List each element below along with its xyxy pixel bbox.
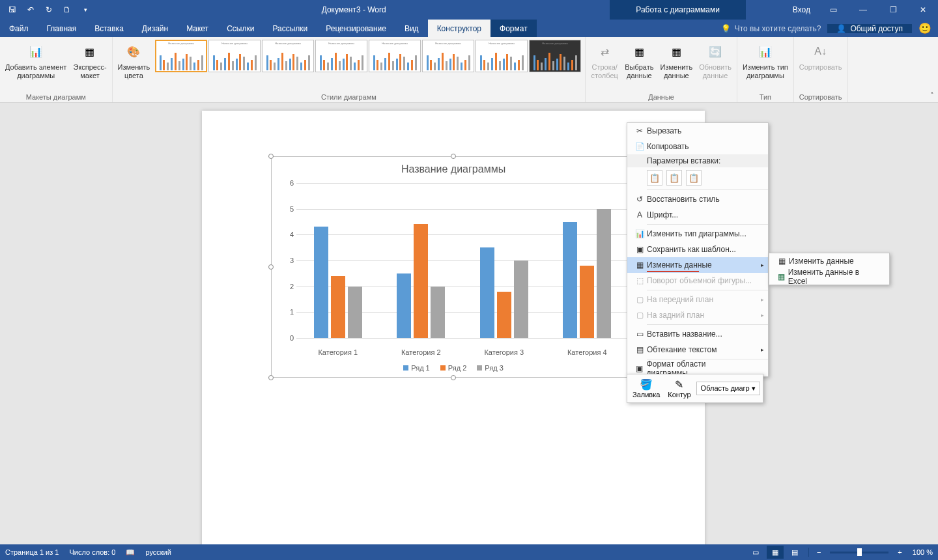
ctx-copy[interactable]: 📄Копировать [627, 139, 768, 154]
edit-data-icon: ▦ [666, 41, 687, 62]
sort-icon: A↓ [810, 41, 831, 62]
tab-home[interactable]: Главная [38, 20, 86, 37]
tab-layout[interactable]: Макет [177, 20, 218, 37]
outline-icon: ✎ [675, 378, 683, 391]
zoom-slider-thumb[interactable] [857, 548, 862, 556]
share-button[interactable]: 👤 Общий доступ [827, 24, 912, 33]
undo-button[interactable]: ↶ [22, 1, 39, 18]
view-print-layout[interactable]: ▦ [767, 546, 784, 559]
collapse-ribbon-button[interactable]: ˄ [930, 91, 934, 100]
tab-review[interactable]: Рецензирование [317, 20, 395, 37]
chart-bars[interactable] [296, 183, 629, 338]
sub-edit-excel[interactable]: ▦Изменить данные в Excel [769, 269, 889, 285]
ctx-edit-data[interactable]: ▦Изменить данные▸ [627, 257, 768, 273]
minimize-button[interactable]: — [848, 0, 878, 20]
view-web-layout[interactable]: ▤ [786, 546, 803, 559]
chart-title[interactable]: Название диаграммы [272, 157, 635, 179]
share-icon: 👤 [836, 24, 846, 33]
chart-style-8[interactable]: Название диаграммы [529, 40, 581, 72]
title-bar: 🖫 ↶ ↻ 🗋 ▾ Документ3 - Word Работа с диаг… [0, 0, 938, 20]
tell-me-search[interactable]: 💡 Что вы хотите сделать? [715, 24, 828, 33]
ctx-font[interactable]: AШрифт... [627, 207, 768, 223]
proofing-icon[interactable]: 📖 [126, 548, 135, 557]
highlight-underline [647, 271, 699, 272]
status-language[interactable]: русский [145, 548, 171, 556]
maximize-button[interactable]: ❐ [878, 0, 908, 20]
save-button[interactable]: 🖫 [4, 1, 21, 18]
ctx-cut[interactable]: ✂Вырезать [627, 123, 768, 139]
paste-option-2[interactable]: 📋 [666, 170, 682, 186]
ctx-rotate-3d: ⬚Поворот объемной фигуры... [627, 273, 768, 288]
ctx-reset-style[interactable]: ↺Восстановить стиль [627, 191, 768, 207]
caption-icon: ▭ [632, 329, 647, 339]
new-doc-button[interactable]: 🗋 [59, 1, 76, 18]
tab-references[interactable]: Ссылки [218, 20, 263, 37]
change-colors-button[interactable]: 🎨 Изменить цвета [115, 38, 153, 81]
tab-file[interactable]: Файл [0, 20, 38, 37]
change-chart-type-button[interactable]: 📊 Изменить тип диаграммы [740, 38, 791, 81]
add-chart-element-button[interactable]: 📊 Добавить элемент диаграммы [3, 38, 69, 81]
tab-insert[interactable]: Вставка [85, 20, 133, 37]
zoom-in-button[interactable]: + [895, 548, 904, 556]
resize-handle-sw[interactable] [268, 375, 274, 380]
qat-customize[interactable]: ▾ [77, 1, 94, 18]
login-link[interactable]: Вход [785, 5, 818, 14]
ctx-change-type[interactable]: 📊Изменить тип диаграммы... [627, 226, 768, 242]
chart-legend[interactable]: Ряд 1Ряд 2Ряд 3 [272, 364, 635, 372]
document-title: Документ3 - Word [98, 5, 610, 14]
chart-style-6[interactable]: Название диаграммы [422, 40, 474, 72]
redo-button[interactable]: ↻ [40, 1, 57, 18]
resize-handle-nw[interactable] [268, 154, 274, 159]
ribbon-display-options[interactable]: ▭ [818, 0, 848, 20]
close-button[interactable]: ✕ [908, 0, 938, 20]
tab-view[interactable]: Вид [395, 20, 428, 37]
paste-option-3[interactable]: 📋 [686, 170, 702, 186]
zoom-level[interactable]: 100 % [913, 548, 933, 556]
reset-icon: ↺ [632, 195, 647, 204]
template-icon: ▣ [632, 245, 647, 254]
ctx-text-wrap[interactable]: ▤Обтекание текстом▸ [627, 342, 768, 357]
sort-group-label: Сортировать [799, 92, 842, 102]
status-page[interactable]: Страница 1 из 1 [5, 548, 59, 556]
select-data-button[interactable]: ▦ Выбрать данные [622, 38, 656, 81]
plot-area[interactable]: 0123456 [285, 183, 629, 338]
edit-icon: ▦ [775, 257, 789, 266]
resize-handle-s[interactable] [451, 375, 456, 380]
chart-styles-gallery[interactable]: Название диаграммыНазвание диаграммыНазв… [154, 38, 582, 74]
mini-fill-button[interactable]: 🪣 Заливка [630, 377, 662, 400]
separator [647, 324, 768, 325]
chart-object[interactable]: Название диаграммы 0123456 Категория 1Ка… [271, 156, 636, 378]
submenu-arrow-icon: ▸ [761, 262, 764, 268]
mini-outline-button[interactable]: ✎ Контур [665, 377, 693, 400]
y-axis: 0123456 [285, 183, 296, 338]
tell-me-label: Что вы хотите сделать? [735, 24, 821, 33]
resize-handle-n[interactable] [451, 154, 456, 159]
feedback-button[interactable]: 🙂 [912, 22, 938, 35]
edit-data-button[interactable]: ▦ Изменить данные [658, 38, 696, 81]
chart-style-5[interactable]: Название диаграммы [369, 40, 421, 72]
paste-option-1[interactable]: 📋 [647, 170, 662, 186]
status-words[interactable]: Число слов: 0 [69, 548, 115, 556]
quick-layout-button[interactable]: ▦ Экспресс- макет [70, 38, 109, 81]
tab-format[interactable]: Формат [490, 20, 537, 37]
zoom-slider[interactable] [830, 552, 888, 553]
colors-icon: 🎨 [123, 41, 144, 62]
view-read-mode[interactable]: ▭ [747, 546, 764, 559]
tab-constructor[interactable]: Конструктор [428, 20, 490, 37]
mini-area-select[interactable]: Область диагр ▾ [696, 382, 760, 395]
ctx-save-template[interactable]: ▣Сохранить как шаблон... [627, 242, 768, 257]
chart-style-4[interactable]: Название диаграммы [315, 40, 367, 72]
separator [647, 189, 768, 190]
zoom-out-button[interactable]: − [814, 548, 823, 556]
ctx-insert-caption[interactable]: ▭Вставить название... [627, 326, 768, 342]
resize-handle-w[interactable] [268, 264, 274, 270]
sub-edit-data[interactable]: ▦Изменить данные [769, 253, 889, 269]
chart-style-3[interactable]: Название диаграммы [262, 40, 314, 72]
chart-style-2[interactable]: Название диаграммы [208, 40, 261, 72]
chart-style-7[interactable]: Название диаграммы [476, 40, 528, 72]
tab-design[interactable]: Дизайн [133, 20, 177, 37]
chart-style-1[interactable]: Название диаграммы [155, 40, 207, 72]
data-group-label: Данные [648, 92, 674, 102]
tab-mailings[interactable]: Рассылки [263, 20, 317, 37]
type-group-label: Тип [760, 92, 771, 102]
